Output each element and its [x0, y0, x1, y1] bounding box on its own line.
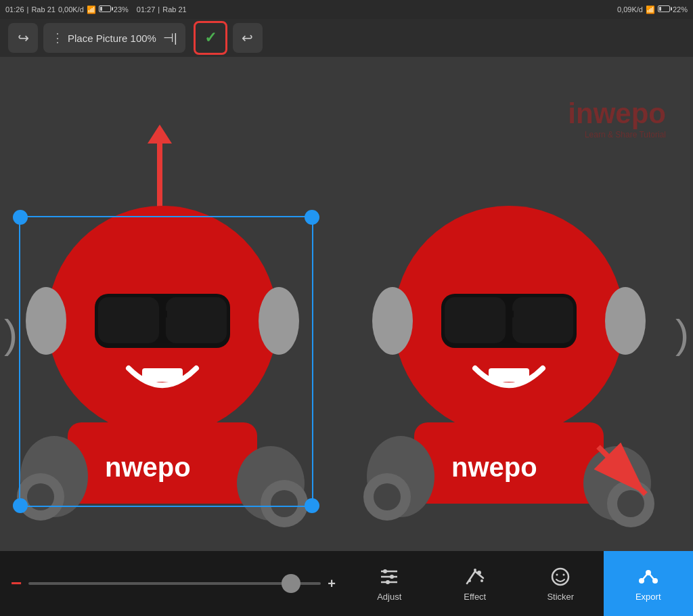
- sticker-label: Sticker: [547, 592, 574, 602]
- menu-item-sticker[interactable]: Sticker: [518, 551, 604, 616]
- menu-item-adjust[interactable]: Adjust: [346, 551, 432, 616]
- battery-left: [99, 5, 111, 14]
- adjust-icon: [378, 566, 400, 588]
- right-panel: inwepo Learn & Share Tutorial nwepo: [346, 57, 693, 571]
- status-right: 0,09K/d 📶 22%: [346, 0, 693, 19]
- time-left: 01:26: [5, 5, 24, 14]
- redo-icon: ↩: [242, 30, 253, 46]
- export-label: Export: [635, 592, 661, 602]
- tool-name: Place Picture 100%: [68, 32, 156, 44]
- undo-button[interactable]: ↩: [8, 23, 38, 53]
- canvas-area: nwepo ) inwepo Learn & Share Tutorial: [0, 57, 693, 571]
- handle-bottom-right[interactable]: [305, 498, 319, 513]
- svg-point-45: [474, 569, 476, 571]
- svg-text:nwepo: nwepo: [451, 452, 537, 482]
- adjust-label: Adjust: [377, 592, 401, 602]
- svg-point-47: [556, 573, 558, 575]
- battery-pct-left: 23%: [114, 5, 129, 14]
- svg-rect-20: [507, 311, 514, 317]
- sticker-icon: [550, 566, 571, 588]
- arrow-svg: [591, 440, 659, 508]
- data-rate-left: 0,00K/d: [58, 5, 84, 14]
- bottom-menu: Adjust Effect Sticker: [346, 551, 693, 616]
- bracket-left: ): [4, 314, 18, 355]
- confirm-button[interactable]: ✓: [194, 21, 227, 55]
- handle-bottom-left[interactable]: [13, 498, 28, 513]
- svg-point-22: [372, 287, 413, 355]
- bottom-bar: − + Adjust: [0, 551, 693, 616]
- svg-point-28: [374, 483, 401, 510]
- svg-line-52: [642, 573, 648, 581]
- slider-minus-button[interactable]: −: [11, 573, 22, 594]
- bracket-right: ): [675, 314, 689, 355]
- status-left: 01:26 | Rab 21 0,00K/d 📶 23% 01:27 | Rab…: [0, 0, 346, 19]
- wifi-icon-left: 📶: [87, 5, 96, 14]
- selection-box: [19, 216, 313, 507]
- fit-icon: ⊣|: [163, 30, 177, 45]
- svg-rect-19: [512, 297, 573, 343]
- sep1: |: [27, 5, 29, 14]
- effect-icon: [464, 566, 486, 588]
- svg-point-44: [480, 579, 483, 582]
- svg-line-33: [598, 447, 646, 494]
- slider-plus-button[interactable]: +: [328, 576, 336, 592]
- svg-point-38: [390, 575, 394, 579]
- status-bar: 01:26 | Rab 21 0,00K/d 📶 23% 01:27 | Rab…: [0, 0, 693, 19]
- svg-point-48: [563, 573, 565, 575]
- battery-right: [658, 5, 670, 14]
- svg-point-23: [605, 287, 646, 355]
- battery-pct-right: 22%: [673, 5, 688, 14]
- toolbar: ↩ ⋮ Place Picture 100% ⊣| ✓ ↩: [0, 19, 693, 57]
- slider-area: − +: [0, 551, 346, 616]
- left-panel: nwepo ): [0, 57, 346, 571]
- slider-thumb[interactable]: [282, 574, 300, 593]
- export-icon: [638, 566, 659, 588]
- svg-rect-21: [489, 368, 529, 382]
- day-left: Rab 21: [31, 5, 55, 14]
- time-left2: 01:27: [137, 5, 156, 14]
- checkmark-icon: ✓: [204, 29, 217, 47]
- wifi-icon-right: 📶: [646, 5, 655, 14]
- data-rate-right: 0,09K/d: [617, 5, 643, 14]
- svg-point-37: [383, 569, 387, 573]
- svg-point-43: [468, 579, 471, 582]
- effect-label: Effect: [464, 592, 486, 602]
- redo-button[interactable]: ↩: [233, 23, 263, 53]
- svg-rect-18: [445, 297, 506, 343]
- undo-icon: ↩: [18, 30, 29, 46]
- svg-line-40: [467, 571, 475, 584]
- svg-point-46: [552, 569, 568, 585]
- svg-line-53: [648, 573, 655, 581]
- day-left2: Rab 21: [162, 5, 186, 14]
- menu-dots-icon: ⋮: [51, 30, 64, 45]
- svg-point-39: [386, 580, 390, 584]
- handle-top-right[interactable]: [305, 210, 319, 225]
- arrow-down-right-annotation: [591, 440, 659, 510]
- handle-top-left[interactable]: [13, 210, 28, 225]
- slider-track[interactable]: [28, 582, 321, 585]
- tool-label: ⋮ Place Picture 100% ⊣|: [43, 23, 185, 53]
- svg-point-42: [477, 571, 481, 575]
- sep2: |: [158, 5, 160, 14]
- menu-item-export[interactable]: Export: [604, 551, 694, 616]
- menu-item-effect[interactable]: Effect: [432, 551, 518, 616]
